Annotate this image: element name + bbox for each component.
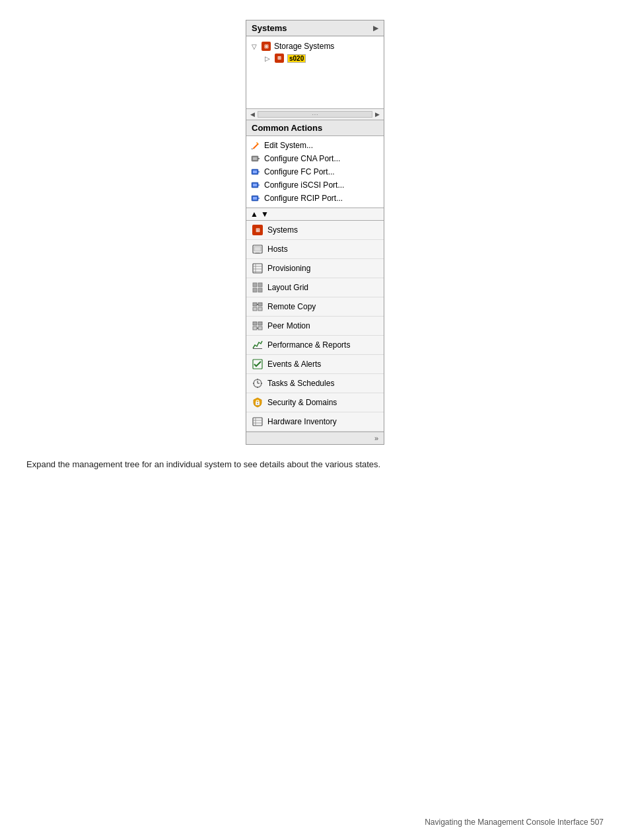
tree-area: ▽ ⊞ Storage Systems ▷ ⊞ s020 [246, 36, 384, 109]
svg-rect-24 [253, 283, 257, 287]
footer-arrows[interactable]: » [374, 434, 378, 442]
svg-rect-4 [253, 157, 257, 160]
storage-systems-icon: ⊞ [261, 41, 271, 52]
systems-icon: ⊞ [252, 224, 263, 236]
svg-rect-7 [253, 171, 257, 173]
nav-item-hardware[interactable]: Hardware Inventory [246, 412, 384, 432]
svg-rect-36 [258, 326, 262, 330]
peer-motion-icon [252, 320, 263, 332]
svg-rect-29 [258, 303, 262, 306]
iscsi-icon [250, 180, 261, 190]
svg-rect-38 [253, 348, 262, 349]
configure-iscsi-label: Configure iSCSI Port... [264, 180, 344, 190]
nav-item-remote-copy[interactable]: Remote Copy [246, 297, 384, 317]
svg-rect-13 [253, 197, 257, 200]
actions-list: Edit System... Configure CNA Port... [246, 136, 384, 208]
common-actions-title: Common Actions [252, 123, 322, 133]
storage-systems-label: Storage Systems [274, 42, 334, 51]
configure-rcip-label: Configure RCIP Port... [264, 194, 343, 203]
svg-point-45 [257, 387, 258, 388]
nav-item-layout-grid[interactable]: Layout Grid [246, 278, 384, 297]
configure-fc-action[interactable]: Configure FC Port... [250, 165, 380, 178]
svg-rect-30 [253, 307, 257, 311]
systems-panel: Systems ▶ ▽ ⊞ Storage Systems ▷ ⊞ s [246, 20, 384, 445]
svg-point-46 [253, 383, 254, 384]
nav-item-peer-motion[interactable]: Peer Motion [246, 317, 384, 336]
svg-rect-51 [253, 418, 262, 426]
s020-expand-arrow[interactable]: ▷ [265, 55, 271, 62]
svg-rect-28 [253, 303, 257, 306]
nav-label-tasks: Tasks & Schedules [267, 379, 334, 388]
nav-label-layout-grid: Layout Grid [267, 283, 308, 292]
edit-system-action[interactable]: Edit System... [250, 139, 380, 152]
hosts-icon [252, 243, 263, 255]
configure-fc-label: Configure FC Port... [264, 167, 335, 176]
svg-rect-31 [258, 307, 262, 311]
panel-header-arrow[interactable]: ▶ [373, 24, 378, 32]
svg-rect-33 [253, 322, 257, 325]
edit-system-label: Edit System... [264, 141, 313, 150]
nav-item-events[interactable]: Events & Alerts [246, 355, 384, 374]
svg-rect-35 [253, 326, 257, 330]
tasks-icon [252, 377, 263, 389]
fc-icon [250, 167, 261, 177]
svg-rect-25 [258, 283, 262, 287]
s020-item[interactable]: ▷ ⊞ s020 [252, 52, 378, 64]
svg-rect-34 [258, 322, 262, 325]
svg-rect-10 [253, 184, 257, 186]
scroll-left-arrow[interactable]: ◀ [250, 111, 255, 118]
nav-item-performance[interactable]: Performance & Reports [246, 336, 384, 355]
security-icon [252, 397, 263, 408]
performance-icon [252, 339, 263, 351]
nav-label-security: Security & Domains [267, 398, 337, 407]
sort-up-arrow[interactable]: ▲ [250, 210, 258, 219]
configure-iscsi-action[interactable]: Configure iSCSI Port... [250, 178, 380, 192]
svg-point-44 [257, 379, 258, 380]
storage-systems-item[interactable]: ▽ ⊞ Storage Systems [252, 40, 378, 52]
svg-point-50 [257, 403, 258, 404]
sort-down-arrow[interactable]: ▼ [261, 210, 269, 219]
nav-label-systems: Systems [267, 225, 298, 235]
edit-icon [250, 140, 261, 151]
hardware-icon [252, 416, 263, 428]
panel-title: Systems [252, 23, 287, 33]
nav-label-remote-copy: Remote Copy [267, 302, 316, 311]
common-actions-header: Common Actions [246, 120, 384, 136]
rcip-icon [250, 193, 261, 204]
svg-rect-16 [254, 247, 261, 251]
nav-label-hardware: Hardware Inventory [267, 417, 337, 426]
page-footer: Navigating the Management Console Interf… [425, 818, 604, 827]
nav-label-performance: Performance & Reports [267, 340, 350, 350]
nav-label-hosts: Hosts [267, 245, 288, 254]
provisioning-icon [252, 262, 263, 274]
svg-rect-27 [258, 288, 262, 292]
s020-label: s020 [287, 54, 306, 63]
layout-icon [252, 282, 263, 293]
nav-label-peer-motion: Peer Motion [267, 321, 310, 330]
nav-item-tasks[interactable]: Tasks & Schedules [246, 374, 384, 393]
events-icon [252, 358, 263, 370]
sort-arrows: ▲ ▼ [246, 208, 384, 221]
panel-header: Systems ▶ [246, 20, 384, 36]
nav-item-systems[interactable]: ⊞ Systems [246, 221, 384, 240]
nav-item-hosts[interactable]: Hosts [246, 240, 384, 259]
configure-rcip-action[interactable]: Configure RCIP Port... [250, 192, 380, 205]
nav-item-provisioning[interactable]: Provisioning [246, 259, 384, 278]
svg-point-47 [261, 383, 262, 384]
nav-item-security[interactable]: Security & Domains [246, 393, 384, 412]
nav-label-events: Events & Alerts [267, 360, 321, 369]
configure-cna-label: Configure CNA Port... [264, 154, 340, 163]
nav-label-provisioning: Provisioning [267, 264, 310, 273]
scroll-right-arrow[interactable]: ▶ [375, 111, 380, 118]
horizontal-scrollbar[interactable]: ◀ ⋯ ▶ [246, 109, 384, 120]
panel-footer: » [246, 432, 384, 444]
configure-cna-action[interactable]: Configure CNA Port... [250, 152, 380, 165]
svg-marker-2 [252, 148, 253, 149]
nav-items-list: ⊞ Systems Hosts [246, 221, 384, 432]
cna-icon [250, 153, 261, 164]
collapse-arrow[interactable]: ▽ [252, 43, 258, 50]
remote-copy-icon [252, 301, 263, 313]
scroll-track[interactable]: ⋯ [258, 111, 372, 118]
description-text: Expand the management tree for an indivi… [26, 458, 604, 471]
s020-icon: ⊞ [274, 53, 285, 63]
